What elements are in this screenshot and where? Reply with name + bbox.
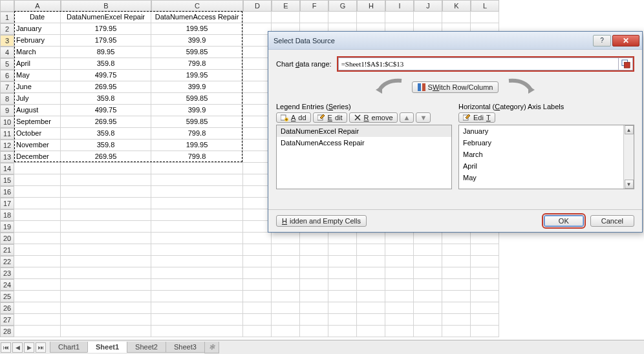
- row-header[interactable]: 11: [0, 128, 14, 140]
- cell[interactable]: [151, 302, 243, 314]
- cell[interactable]: 269.95: [61, 81, 151, 93]
- cell[interactable]: [328, 291, 357, 302]
- range-picker-button[interactable]: [619, 57, 633, 70]
- cell[interactable]: [151, 244, 243, 256]
- row-header[interactable]: 26: [0, 302, 14, 314]
- cancel-button[interactable]: Cancel: [590, 215, 634, 227]
- cell[interactable]: [414, 326, 442, 337]
- cell[interactable]: [14, 198, 61, 209]
- cell[interactable]: [61, 256, 151, 267]
- legend-item[interactable]: DataNumenExcel Repair: [277, 125, 451, 137]
- cell[interactable]: [14, 163, 61, 174]
- cell[interactable]: [151, 314, 243, 326]
- cell[interactable]: DataNumenAccess Repair: [151, 12, 243, 23]
- cell[interactable]: [442, 326, 471, 337]
- cell[interactable]: [442, 256, 471, 267]
- cell[interactable]: [414, 244, 442, 256]
- column-header-G[interactable]: G: [328, 0, 357, 12]
- cell[interactable]: [328, 256, 357, 267]
- cell[interactable]: [243, 233, 272, 244]
- cell[interactable]: [243, 291, 272, 302]
- cell[interactable]: 499.75: [61, 105, 151, 116]
- row-header[interactable]: 17: [0, 198, 14, 209]
- cell[interactable]: [151, 174, 243, 186]
- legend-move-down-button[interactable]: ▼: [416, 112, 431, 123]
- cell[interactable]: [471, 279, 499, 291]
- cell[interactable]: [328, 279, 357, 291]
- cell[interactable]: [61, 267, 151, 279]
- cell[interactable]: [357, 267, 385, 279]
- cell[interactable]: [300, 12, 328, 23]
- cell[interactable]: [414, 256, 442, 267]
- cell[interactable]: [14, 279, 61, 291]
- cell[interactable]: [357, 279, 385, 291]
- cell[interactable]: [442, 244, 471, 256]
- legend-remove-button[interactable]: Remove: [349, 112, 398, 123]
- row-header[interactable]: 8: [0, 93, 14, 105]
- scroll-up-icon[interactable]: ▲: [625, 125, 634, 134]
- cell[interactable]: [243, 314, 272, 326]
- cell[interactable]: [151, 326, 243, 337]
- axis-item[interactable]: April: [459, 160, 634, 172]
- scroll-down-icon[interactable]: ▼: [625, 180, 634, 189]
- cell[interactable]: [151, 279, 243, 291]
- cell[interactable]: [414, 267, 442, 279]
- cell[interactable]: [272, 12, 300, 23]
- cell[interactable]: [471, 12, 499, 23]
- column-header-J[interactable]: J: [414, 0, 442, 12]
- row-header[interactable]: 18: [0, 209, 14, 221]
- column-header-E[interactable]: E: [272, 0, 300, 12]
- row-header[interactable]: 23: [0, 267, 14, 279]
- cell[interactable]: [471, 291, 499, 302]
- cell[interactable]: [328, 267, 357, 279]
- hidden-empty-cells-button[interactable]: Hidden and Empty Cells: [276, 215, 367, 227]
- cell[interactable]: [385, 326, 414, 337]
- cell[interactable]: [151, 233, 243, 244]
- cell[interactable]: [61, 291, 151, 302]
- cell[interactable]: [471, 233, 499, 244]
- close-button[interactable]: ✕: [612, 35, 639, 47]
- cell[interactable]: [14, 302, 61, 314]
- row-header[interactable]: 2: [0, 23, 14, 35]
- cell[interactable]: [328, 302, 357, 314]
- cell[interactable]: [14, 221, 61, 233]
- row-header[interactable]: 28: [0, 326, 14, 337]
- row-header[interactable]: 24: [0, 279, 14, 291]
- cell[interactable]: [14, 291, 61, 302]
- cell[interactable]: [14, 314, 61, 326]
- cell[interactable]: 399.9: [151, 81, 243, 93]
- cell[interactable]: [414, 314, 442, 326]
- new-sheet-tab[interactable]: ✻: [204, 342, 219, 353]
- row-header[interactable]: 4: [0, 47, 14, 58]
- cell[interactable]: [61, 279, 151, 291]
- row-header[interactable]: 22: [0, 256, 14, 267]
- axis-item[interactable]: May: [459, 172, 634, 183]
- cell[interactable]: [442, 314, 471, 326]
- cell[interactable]: [14, 174, 61, 186]
- cell[interactable]: [328, 233, 357, 244]
- cell[interactable]: [14, 186, 61, 198]
- row-header[interactable]: 7: [0, 81, 14, 93]
- cell[interactable]: [61, 198, 151, 209]
- cell[interactable]: 199.95: [151, 23, 243, 35]
- cell[interactable]: [357, 326, 385, 337]
- legend-edit-button[interactable]: Edit: [313, 112, 347, 123]
- row-header[interactable]: 3: [0, 35, 14, 47]
- legend-move-up-button[interactable]: ▲: [400, 112, 414, 123]
- cell[interactable]: [14, 244, 61, 256]
- cell[interactable]: [14, 209, 61, 221]
- cell[interactable]: [300, 314, 328, 326]
- cell[interactable]: [442, 302, 471, 314]
- cell[interactable]: [243, 256, 272, 267]
- cell[interactable]: [300, 291, 328, 302]
- cell[interactable]: [61, 233, 151, 244]
- cell[interactable]: [328, 12, 357, 23]
- cell[interactable]: [385, 279, 414, 291]
- cell[interactable]: [61, 174, 151, 186]
- legend-add-button[interactable]: Add: [276, 112, 311, 123]
- cell[interactable]: [300, 279, 328, 291]
- cell[interactable]: [357, 244, 385, 256]
- cell[interactable]: [414, 233, 442, 244]
- sheet-tab[interactable]: Sheet3: [166, 342, 205, 353]
- row-header[interactable]: 19: [0, 221, 14, 233]
